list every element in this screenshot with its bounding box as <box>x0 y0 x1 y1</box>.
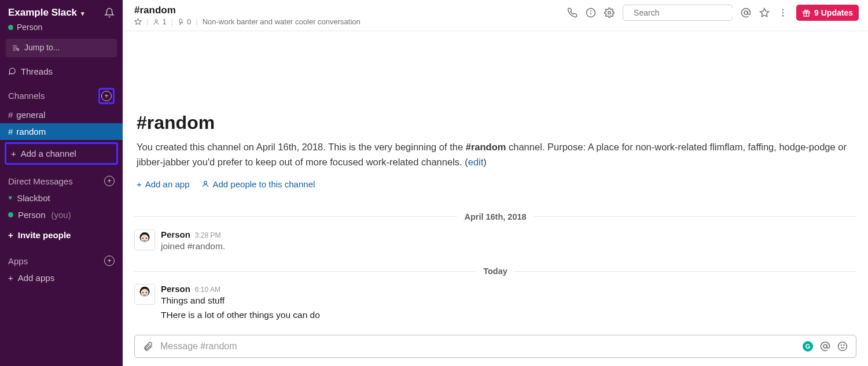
invite-label: Invite people <box>18 229 71 241</box>
add-app-link[interactable]: + Add an app <box>137 179 190 189</box>
threads-icon <box>8 67 16 75</box>
add-app-label: Add an app <box>145 179 190 189</box>
sidebar-channel-general[interactable]: # general <box>0 106 123 123</box>
add-channel-plus-icon[interactable]: + <box>101 91 112 101</box>
day-divider-label: April 16th, 2018 <box>464 212 526 221</box>
emoji-icon[interactable] <box>837 341 848 352</box>
svg-point-32 <box>823 345 827 348</box>
invite-people-row[interactable]: + Invite people <box>0 223 123 247</box>
plus-icon: + <box>11 147 16 160</box>
svg-point-26 <box>146 238 147 239</box>
channel-meta: | 1 | 0 | Non-work banter and water cool… <box>134 17 361 26</box>
message-time: 6:10 AM <box>195 286 220 294</box>
channel-title[interactable]: #random <box>134 5 361 16</box>
message-time: 3:28 PM <box>195 231 221 239</box>
plus-icon: + <box>8 229 13 241</box>
add-apps-row[interactable]: + Add apps <box>0 269 123 286</box>
more-vertical-icon[interactable] <box>778 8 788 18</box>
main-area: #random | 1 | 0 | Non-work banter and wa… <box>123 0 868 366</box>
dm-slackbot[interactable]: ♥ Slackbot <box>0 190 123 206</box>
apps-section-header: Apps + <box>0 247 123 269</box>
workspace-user-name: Person <box>17 22 42 34</box>
workspace-name[interactable]: Example Slack ▾ <box>8 6 84 20</box>
updates-button[interactable]: 9 Updates <box>796 5 859 21</box>
pin-count[interactable]: 0 <box>178 17 191 26</box>
channels-header-label[interactable]: Channels <box>8 90 45 102</box>
plus-icon: + <box>8 272 13 284</box>
svg-point-17 <box>782 15 784 16</box>
info-icon[interactable] <box>586 8 596 18</box>
sidebar-channel-random[interactable]: # random <box>0 123 123 140</box>
member-count[interactable]: 1 <box>153 17 166 26</box>
intro-text: You created this channel on April 16th, … <box>137 139 854 170</box>
day-divider-label: Today <box>483 267 507 276</box>
grammarly-icon[interactable]: G <box>803 341 813 352</box>
add-channel-label: Add a channel <box>21 147 76 160</box>
threads-label: Threads <box>21 65 53 77</box>
dm-name: Person <box>18 209 46 221</box>
sidebar: Example Slack ▾ Person Jump to... Thread… <box>0 0 123 366</box>
channel-topic[interactable]: Non-work banter and water cooler convers… <box>203 17 361 26</box>
channels-section-header: Channels + <box>0 80 123 106</box>
avatar[interactable] <box>134 230 155 250</box>
search-box[interactable] <box>623 5 733 21</box>
avatar-icon <box>135 284 155 304</box>
messages-container[interactable]: #random You created this channel on Apri… <box>123 31 868 335</box>
svg-point-25 <box>142 238 144 239</box>
dm-self[interactable]: Person (you) <box>0 206 123 223</box>
member-count-value: 1 <box>162 17 166 26</box>
jump-to-input[interactable]: Jump to... <box>6 39 117 57</box>
avatar-icon <box>135 230 155 250</box>
workspace-user[interactable]: Person <box>0 22 123 39</box>
svg-point-35 <box>844 345 844 345</box>
threads-row[interactable]: Threads <box>0 63 123 80</box>
mention-icon[interactable] <box>741 8 751 18</box>
message-row[interactable]: Person 6:10 AM Things and stuff THere is… <box>123 280 868 326</box>
add-app-plus-icon[interactable]: + <box>104 256 115 266</box>
person-icon <box>201 180 209 188</box>
edit-link[interactable]: edit <box>468 157 484 167</box>
composer[interactable]: G <box>134 335 856 358</box>
star-outline-icon[interactable] <box>759 8 770 18</box>
intro-text-prefix: You created this channel on April 16th, … <box>137 142 466 152</box>
gear-icon[interactable] <box>604 8 615 18</box>
svg-point-30 <box>142 292 144 293</box>
presence-dot-icon <box>8 212 13 217</box>
dm-name: Slackbot <box>17 192 50 204</box>
svg-point-33 <box>838 342 847 351</box>
phone-icon[interactable] <box>567 8 578 18</box>
intro-title: #random <box>137 112 854 134</box>
channel-name: general <box>16 109 45 121</box>
svg-point-16 <box>782 12 784 13</box>
add-apps-label: Add apps <box>18 272 54 284</box>
intro-text-suffix: ) <box>483 157 487 167</box>
composer-wrap: G <box>123 335 868 366</box>
dm-section-header: Direct Messages + <box>0 167 123 190</box>
hash-icon: # <box>8 109 13 121</box>
message-text: Things and stuff <box>161 294 856 307</box>
message-row[interactable]: Person 3:28 PM joined #random. <box>123 226 868 256</box>
avatar[interactable] <box>134 284 155 305</box>
svg-point-6 <box>155 20 157 22</box>
svg-point-21 <box>204 182 207 184</box>
composer-input[interactable] <box>160 341 796 352</box>
presence-dot-icon <box>8 25 13 30</box>
star-icon[interactable] <box>134 18 142 25</box>
mention-icon[interactable] <box>820 341 830 352</box>
gift-icon <box>802 9 811 17</box>
heart-icon: ♥ <box>8 193 12 203</box>
channel-intro: #random You created this channel on Apri… <box>123 31 868 202</box>
attachment-icon[interactable] <box>143 341 153 352</box>
search-input[interactable] <box>634 8 735 17</box>
apps-header-label[interactable]: Apps <box>8 255 28 267</box>
add-channel-row[interactable]: + Add a channel <box>5 142 118 165</box>
workspace-header[interactable]: Example Slack ▾ <box>0 0 123 22</box>
add-people-link[interactable]: Add people to this channel <box>201 179 315 189</box>
svg-line-4 <box>19 50 19 51</box>
dm-header-label[interactable]: Direct Messages <box>8 175 73 187</box>
bell-icon[interactable] <box>104 8 115 18</box>
add-dm-plus-icon[interactable]: + <box>104 176 115 186</box>
add-people-label: Add people to this channel <box>213 179 315 189</box>
message-sender[interactable]: Person <box>161 230 190 239</box>
message-sender[interactable]: Person <box>161 284 190 294</box>
